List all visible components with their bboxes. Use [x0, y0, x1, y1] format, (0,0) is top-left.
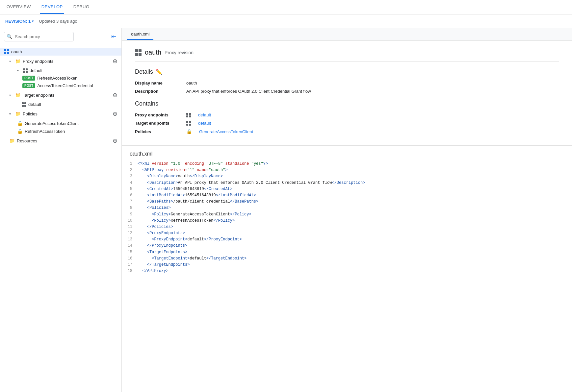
- description-label: Description: [135, 89, 181, 94]
- line-content-4: <Description>An API proxy that enforces …: [138, 180, 572, 186]
- code-line-5: 5 <CreatedAt>1659451643819</CreatedAt>: [122, 186, 572, 192]
- policies-link[interactable]: GenerateAccessTokenClient: [199, 129, 253, 134]
- policies-label: Policies: [23, 111, 111, 116]
- add-proxy-endpoint-button[interactable]: ⊕: [113, 58, 117, 65]
- line-num-7: 7: [122, 199, 138, 205]
- folder-target-icon: 📁: [15, 92, 21, 98]
- generate-access-token-item[interactable]: 🔒 GenerateAccessTokenClient: [0, 119, 121, 127]
- refresh-access-token-item[interactable]: POST RefreshAccessToken: [0, 74, 121, 82]
- default-grid-icon: [23, 68, 28, 73]
- folder-policies-icon: 📁: [15, 111, 21, 116]
- line-num-2: 2: [122, 167, 138, 173]
- line-num-4: 4: [122, 180, 138, 186]
- line-num-15: 15: [122, 249, 138, 256]
- line-num-8: 8: [122, 205, 138, 211]
- add-resource-button[interactable]: ⊕: [113, 137, 117, 144]
- line-content-8: <Policies>: [138, 205, 572, 211]
- line-num-9: 9: [122, 211, 138, 218]
- revision-button[interactable]: REVISION: 1 ▾: [5, 19, 34, 24]
- line-content-5: <CreatedAt>1659451643819</CreatedAt>: [138, 186, 572, 192]
- code-line-17: 17 </TargetEndpoints>: [122, 262, 572, 268]
- proxy-endpoints-label: Proxy endpoints: [23, 59, 111, 64]
- code-line-8: 8 <Policies>: [122, 205, 572, 211]
- code-line-2: 2 <APIProxy revision="1" name="oauth">: [122, 167, 572, 173]
- description-row: Description An API proxy that enforces O…: [135, 89, 559, 94]
- line-num-17: 17: [122, 262, 138, 268]
- chevron-down-icon: ▾: [32, 19, 34, 23]
- description-value: An API proxy that enforces OAuth 2.0 Cli…: [186, 89, 311, 94]
- policies-section[interactable]: ▾ 📁 Policies ⊕: [0, 108, 121, 119]
- details-section: Details ✏️ Display name oauth Descriptio…: [135, 68, 559, 94]
- proxy-name: oauth: [145, 49, 161, 56]
- line-content-17: </TargetEndpoints>: [138, 262, 572, 268]
- code-line-14: 14 </ProxyEndpoints>: [122, 243, 572, 249]
- proxy-endpoints-link[interactable]: default: [198, 112, 211, 117]
- target-default-label: default: [28, 102, 117, 107]
- line-content-9: <Policy>GenerateAccessTokenClient</Polic…: [138, 211, 572, 218]
- chevron-policies-icon: ▾: [9, 112, 13, 116]
- updated-text: Updated 3 days ago: [39, 19, 77, 24]
- tab-develop[interactable]: DEVELOP: [40, 0, 64, 14]
- line-content-11: </Policies>: [138, 224, 572, 230]
- folder-proxy-icon: 📁: [15, 59, 21, 64]
- line-content-6: <LastModifiedAt>1659451643819</LastModif…: [138, 192, 572, 199]
- resources-section[interactable]: 📁 Resources ⊕: [0, 135, 121, 146]
- target-default-item[interactable]: default: [0, 101, 121, 108]
- search-input[interactable]: [4, 32, 74, 41]
- line-num-14: 14: [122, 243, 138, 249]
- add-target-endpoint-button[interactable]: ⊕: [113, 91, 117, 99]
- resources-label: Resources: [17, 138, 111, 143]
- proxy-default-item[interactable]: ▾ default: [0, 67, 121, 74]
- display-name-row: Display name oauth: [135, 81, 559, 86]
- line-num-10: 10: [122, 218, 138, 224]
- line-content-14: </ProxyEndpoints>: [138, 243, 572, 249]
- details-title: Details ✏️: [135, 68, 559, 75]
- code-line-9: 9 <Policy>GenerateAccessTokenClient</Pol…: [122, 211, 572, 218]
- tab-debug[interactable]: DEBUG: [72, 0, 91, 14]
- target-endpoints-section[interactable]: ▾ 📁 Target endpoints ⊕: [0, 89, 121, 101]
- refresh-access-token-policy-item[interactable]: 🔒 RefreshAccessToken: [0, 127, 121, 135]
- post-badge-refresh: POST: [22, 76, 35, 81]
- sidebar: 🔍 ⇤ oauth ▾ 📁 Proxy endpoints: [0, 28, 122, 392]
- proxy-endpoints-icon: [186, 113, 191, 117]
- add-policy-button[interactable]: ⊕: [113, 110, 117, 117]
- line-num-18: 18: [122, 268, 138, 274]
- line-content-12: <ProxyEndpoints>: [138, 230, 572, 236]
- code-line-11: 11 </Policies>: [122, 224, 572, 230]
- target-endpoints-link[interactable]: default: [198, 121, 211, 126]
- target-default-grid-icon: [22, 102, 26, 107]
- tree-item-oauth[interactable]: oauth: [0, 48, 121, 56]
- file-tab-bar: oauth.xml: [122, 28, 572, 41]
- main-content: oauth.xml oauth Proxy revision: [122, 28, 572, 392]
- code-line-1: 1 <?xml version="1.0" encoding="UTF-8" s…: [122, 161, 572, 167]
- line-num-5: 5: [122, 186, 138, 192]
- xml-panel: oauth.xml 1 <?xml version="1.0" encoding…: [122, 146, 572, 280]
- access-token-client-item[interactable]: POST AccessTokenClientCredential: [0, 82, 121, 89]
- tab-overview[interactable]: OVERVIEW: [5, 0, 32, 14]
- search-wrapper: 🔍: [4, 32, 107, 41]
- oauth-grid-icon: [4, 49, 9, 54]
- collapse-sidebar-button[interactable]: ⇤: [110, 32, 117, 41]
- edit-details-icon[interactable]: ✏️: [156, 69, 162, 75]
- line-num-11: 11: [122, 224, 138, 230]
- tree: oauth ▾ 📁 Proxy endpoints ⊕ ▾ default: [0, 45, 121, 149]
- main-layout: 🔍 ⇤ oauth ▾ 📁 Proxy endpoints: [0, 28, 572, 392]
- policies-lock-icon: 🔒: [186, 129, 192, 134]
- line-content-13: <ProxyEndpoint>default</ProxyEndpoint>: [138, 236, 572, 243]
- xml-code-block: 1 <?xml version="1.0" encoding="UTF-8" s…: [122, 161, 572, 274]
- policies-row: Policies 🔒 GenerateAccessTokenClient: [135, 129, 559, 134]
- chevron-target-icon: ▾: [9, 93, 13, 97]
- line-content-10: <Policy>RefreshAccessToken</Policy>: [138, 218, 572, 224]
- line-num-13: 13: [122, 236, 138, 243]
- line-content-3: <DisplayName>oauth</DisplayName>: [138, 173, 572, 180]
- revision-label: REVISION: 1: [5, 19, 31, 24]
- proxy-header-grid-icon: [135, 49, 142, 56]
- lock-refresh-icon: 🔒: [17, 129, 23, 134]
- proxy-endpoints-section[interactable]: ▾ 📁 Proxy endpoints ⊕: [0, 56, 121, 67]
- generate-access-token-label: GenerateAccessTokenClient: [25, 121, 117, 126]
- line-num-1: 1: [122, 161, 138, 167]
- proxy-endpoints-row: Proxy endpoints default: [135, 112, 559, 117]
- file-tab-oauth-xml[interactable]: oauth.xml: [127, 29, 153, 40]
- xml-panel-title: oauth.xml: [122, 151, 572, 161]
- post-badge-access: POST: [22, 83, 35, 88]
